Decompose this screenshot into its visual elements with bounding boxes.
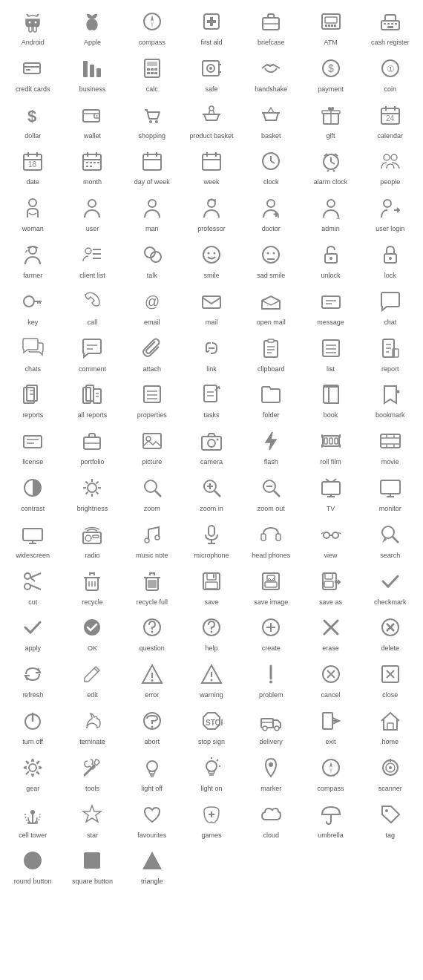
- icon-cell-month[interactable]: month: [62, 143, 122, 189]
- icon-cell-tools[interactable]: tools: [62, 749, 122, 796]
- icon-cell-comment[interactable]: comment: [62, 330, 122, 376]
- icon-cell-view[interactable]: view: [301, 516, 360, 563]
- icon-cell-star[interactable]: star: [62, 796, 122, 843]
- icon-cell-search[interactable]: search: [361, 516, 420, 563]
- icon-cell-delete[interactable]: delete: [361, 609, 420, 656]
- icon-cell-report[interactable]: report: [361, 330, 420, 376]
- icon-cell-scanner[interactable]: scanner: [361, 749, 420, 796]
- icon-cell-apple[interactable]: Apple: [62, 3, 122, 50]
- icon-cell-refresh[interactable]: refresh: [3, 656, 62, 702]
- icon-cell-call[interactable]: call: [62, 283, 122, 330]
- icon-cell-umbrella[interactable]: umbrella: [301, 796, 360, 843]
- icon-cell-link[interactable]: link: [182, 330, 241, 376]
- icon-cell-recycle[interactable]: recycle: [62, 563, 122, 610]
- icon-cell-picture[interactable]: picture: [122, 422, 182, 469]
- icon-cell-reports[interactable]: reports: [3, 376, 62, 422]
- icon-cell-tag[interactable]: tag: [361, 796, 420, 843]
- icon-cell-home[interactable]: home: [361, 702, 420, 749]
- icon-cell-client-list[interactable]: client list: [62, 236, 122, 283]
- icon-cell-roll-film[interactable]: roll film: [301, 422, 360, 469]
- icon-cell-portfolio[interactable]: portfolio: [62, 422, 122, 469]
- icon-cell-user[interactable]: user: [62, 189, 122, 236]
- icon-cell-alarm-clock[interactable]: alarm clock: [301, 143, 360, 189]
- icon-cell-exit[interactable]: exit: [301, 702, 360, 749]
- icon-cell-gear[interactable]: gear: [3, 749, 62, 796]
- icon-cell-clipboard[interactable]: clipboard: [241, 330, 301, 376]
- icon-cell-widescreen[interactable]: widescreen: [3, 516, 62, 563]
- icon-cell-gift[interactable]: gift: [301, 97, 360, 143]
- icon-cell-cut[interactable]: cut: [3, 563, 62, 610]
- icon-cell-camera[interactable]: camera: [182, 422, 241, 469]
- icon-cell-all-reports[interactable]: all reports: [62, 376, 122, 422]
- icon-cell-woman[interactable]: woman: [3, 189, 62, 236]
- icon-cell-sad-smile[interactable]: sad smile: [241, 236, 301, 283]
- icon-cell-zoom[interactable]: zoom: [122, 469, 182, 516]
- icon-cell-abort[interactable]: abort: [122, 702, 182, 749]
- icon-cell-properties[interactable]: properties: [122, 376, 182, 422]
- icon-cell-people[interactable]: people: [361, 143, 420, 189]
- icon-cell-briefcase[interactable]: briefcase: [241, 3, 301, 50]
- icon-cell-turn-off[interactable]: turn off: [3, 702, 62, 749]
- icon-cell-tasks[interactable]: tasks: [182, 376, 241, 422]
- icon-cell-terminate[interactable]: teminate: [62, 702, 122, 749]
- icon-cell-close[interactable]: close: [361, 656, 420, 702]
- icon-cell-email[interactable]: @email: [122, 283, 182, 330]
- icon-cell-favourites[interactable]: favourites: [122, 796, 182, 843]
- icon-cell-doctor[interactable]: doctor: [241, 189, 301, 236]
- icon-cell-open-mail[interactable]: open mail: [241, 283, 301, 330]
- icon-cell-safe[interactable]: safe: [182, 50, 241, 97]
- icon-cell-cell-tower[interactable]: cell tower: [3, 796, 62, 843]
- icon-cell-marker[interactable]: marker: [241, 749, 301, 796]
- icon-cell-edit[interactable]: edit: [62, 656, 122, 702]
- icon-cell-farmer[interactable]: farmer: [3, 236, 62, 283]
- icon-cell-atm[interactable]: ATM: [301, 3, 360, 50]
- icon-cell-date[interactable]: 18date: [3, 143, 62, 189]
- icon-cell-movie[interactable]: movie: [361, 422, 420, 469]
- icon-cell-lock[interactable]: lock: [361, 236, 420, 283]
- icon-cell-product-basket[interactable]: product basket: [182, 97, 241, 143]
- icon-cell-coin[interactable]: ①coin: [361, 50, 420, 97]
- icon-cell-triangle[interactable]: triangle: [122, 842, 182, 889]
- icon-cell-square-button[interactable]: square button: [62, 842, 122, 889]
- icon-cell-book[interactable]: book: [301, 376, 360, 422]
- icon-cell-message[interactable]: message: [301, 283, 360, 330]
- icon-cell-compass-nav[interactable]: compass: [122, 3, 182, 50]
- icon-cell-dollar[interactable]: $dollar: [3, 97, 62, 143]
- icon-cell-cash-register[interactable]: cash register: [361, 3, 420, 50]
- icon-cell-clock[interactable]: clock: [241, 143, 301, 189]
- icon-cell-erase[interactable]: erase: [301, 609, 360, 656]
- icon-cell-stop-sign[interactable]: STOPstop sign: [182, 702, 241, 749]
- icon-cell-admin[interactable]: admin: [301, 189, 360, 236]
- icon-cell-tv[interactable]: TV: [301, 469, 360, 516]
- icon-cell-contrast[interactable]: contrast: [3, 469, 62, 516]
- icon-cell-save-as[interactable]: save as: [301, 563, 360, 610]
- icon-cell-bookmark[interactable]: bookmark: [361, 376, 420, 422]
- icon-cell-chats[interactable]: chats: [3, 330, 62, 376]
- icon-cell-light-on[interactable]: light on: [182, 749, 241, 796]
- icon-cell-credit-cards[interactable]: credit cards: [3, 50, 62, 97]
- icon-cell-brightness[interactable]: brightness: [62, 469, 122, 516]
- icon-cell-save[interactable]: save: [182, 563, 241, 610]
- icon-cell-week[interactable]: week: [182, 143, 241, 189]
- icon-cell-problem[interactable]: problem: [241, 656, 301, 702]
- icon-cell-mail[interactable]: mail: [182, 283, 241, 330]
- icon-cell-man[interactable]: man: [122, 189, 182, 236]
- icon-cell-shopping[interactable]: shopping: [122, 97, 182, 143]
- icon-cell-calendar[interactable]: 24calendar: [361, 97, 420, 143]
- icon-cell-calc[interactable]: calc: [122, 50, 182, 97]
- icon-cell-professor[interactable]: professor: [182, 189, 241, 236]
- icon-cell-light-off[interactable]: light off: [122, 749, 182, 796]
- icon-cell-list[interactable]: list: [301, 330, 360, 376]
- icon-cell-microphone[interactable]: microphone: [182, 516, 241, 563]
- icon-cell-unlock[interactable]: unlock: [301, 236, 360, 283]
- icon-cell-basket[interactable]: basket: [241, 97, 301, 143]
- icon-cell-delivery[interactable]: delivery: [241, 702, 301, 749]
- icon-cell-monitor[interactable]: monitor: [361, 469, 420, 516]
- icon-cell-license[interactable]: license: [3, 422, 62, 469]
- icon-cell-help[interactable]: help: [182, 609, 241, 656]
- icon-cell-compass2[interactable]: compass: [301, 749, 360, 796]
- icon-cell-apply[interactable]: apply: [3, 609, 62, 656]
- icon-cell-android[interactable]: Android: [3, 3, 62, 50]
- icon-cell-folder[interactable]: folder: [241, 376, 301, 422]
- icon-cell-save-image[interactable]: save image: [241, 563, 301, 610]
